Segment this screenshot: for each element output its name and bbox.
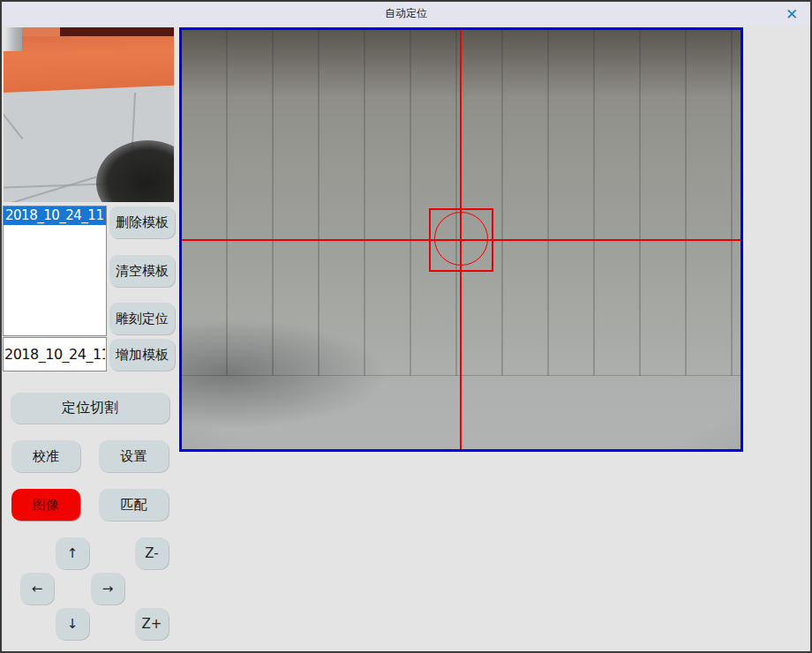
template-name-input[interactable] (3, 337, 107, 372)
close-icon[interactable]: ✕ (782, 4, 801, 24)
tile-grout-line (4, 176, 97, 202)
template-list[interactable]: 2018_10_24_11 (3, 206, 107, 336)
template-preview-image (4, 27, 175, 202)
clear-templates-button[interactable]: 清空模板 (109, 255, 175, 287)
dialog-title: 自动定位 (385, 6, 427, 21)
settings-button[interactable]: 设置 (99, 440, 169, 472)
jog-z-minus-button[interactable]: Z- (135, 537, 169, 569)
auto-position-dialog: 自动定位 ✕ 2018_10_24_11 删除模板 清空模板 雕刻定位 增加模板… (0, 0, 812, 653)
titlebar: 自动定位 ✕ (2, 2, 810, 26)
delete-template-button[interactable]: 删除模板 (109, 206, 175, 238)
calibrate-button[interactable]: 校准 (11, 440, 80, 472)
position-cut-button[interactable]: 定位切割 (11, 393, 169, 424)
match-button[interactable]: 匹配 (99, 489, 169, 521)
template-match-circle (434, 212, 488, 266)
orange-board (4, 27, 174, 93)
engrave-position-button[interactable]: 雕刻定位 (109, 303, 175, 334)
jog-up-button[interactable]: ↑ (56, 537, 89, 569)
jog-z-plus-button[interactable]: Z+ (135, 608, 169, 640)
jog-down-button[interactable]: ↓ (56, 608, 89, 640)
dark-red-bar (60, 27, 174, 36)
jog-right-button[interactable]: → (91, 573, 124, 604)
orange-patch (22, 27, 60, 36)
add-template-button[interactable]: 增加模板 (109, 339, 175, 371)
tile-grout-line (4, 108, 23, 139)
jog-left-button[interactable]: ← (20, 573, 54, 604)
template-list-item[interactable]: 2018_10_24_11 (4, 206, 106, 225)
camera-view[interactable] (179, 27, 743, 452)
dark-object (96, 140, 175, 202)
gray-tile-patch (4, 27, 22, 51)
image-button-active[interactable]: 图像 (11, 489, 80, 521)
